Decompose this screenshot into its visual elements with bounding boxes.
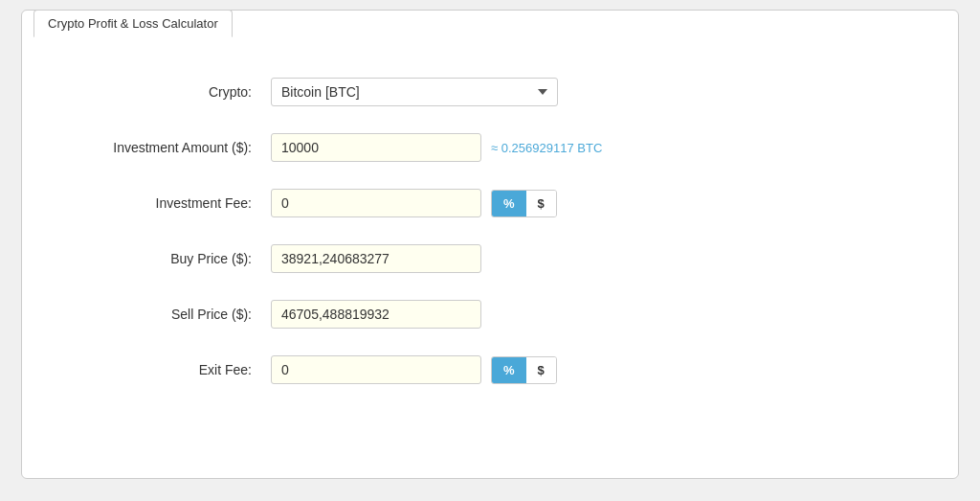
exit-fee-input[interactable] (271, 355, 481, 384)
investment-fee-input[interactable] (271, 189, 481, 217)
form-area: Crypto: Bitcoin [BTC] Ethereum [ETH] Lit… (60, 78, 920, 384)
investment-fee-toggle-group: % $ (491, 190, 557, 217)
sell-price-label: Sell Price ($): (60, 307, 271, 322)
crypto-label: Crypto: (60, 84, 271, 100)
exit-fee-controls: % $ (271, 355, 557, 384)
crypto-controls: Bitcoin [BTC] Ethereum [ETH] Litecoin [L… (271, 78, 558, 106)
investment-fee-label: Investment Fee: (60, 195, 271, 211)
sell-price-row: Sell Price ($): (60, 300, 920, 329)
exit-fee-dollar-button[interactable]: $ (526, 357, 556, 383)
investment-amount-label: Investment Amount ($): (60, 140, 271, 155)
card-tab: Crypto Profit & Loss Calculator (33, 10, 233, 37)
buy-price-row: Buy Price ($): (60, 244, 920, 273)
crypto-select[interactable]: Bitcoin [BTC] Ethereum [ETH] Litecoin [L… (271, 78, 558, 106)
investment-fee-controls: % $ (271, 189, 557, 217)
investment-amount-controls: ≈ 0.256929117 BTC (271, 133, 602, 162)
crypto-row: Crypto: Bitcoin [BTC] Ethereum [ETH] Lit… (60, 78, 920, 106)
exit-fee-label: Exit Fee: (60, 362, 271, 377)
investment-fee-dollar-button[interactable]: $ (526, 191, 556, 216)
btc-approximation: ≈ 0.256929117 BTC (491, 141, 602, 155)
sell-price-input[interactable] (271, 300, 481, 329)
buy-price-controls (271, 244, 481, 273)
calculator-card: Crypto Profit & Loss Calculator Crypto: … (21, 10, 959, 479)
exit-fee-percent-button[interactable]: % (492, 357, 526, 383)
exit-fee-row: Exit Fee: % $ (60, 355, 920, 384)
investment-amount-row: Investment Amount ($): ≈ 0.256929117 BTC (60, 133, 920, 162)
buy-price-label: Buy Price ($): (60, 251, 271, 266)
card-tab-label: Crypto Profit & Loss Calculator (48, 16, 218, 31)
investment-fee-percent-button[interactable]: % (492, 191, 526, 216)
sell-price-controls (271, 300, 481, 329)
investment-fee-row: Investment Fee: % $ (60, 189, 920, 217)
buy-price-input[interactable] (271, 244, 481, 273)
exit-fee-toggle-group: % $ (491, 356, 557, 384)
investment-amount-input[interactable] (271, 133, 481, 162)
